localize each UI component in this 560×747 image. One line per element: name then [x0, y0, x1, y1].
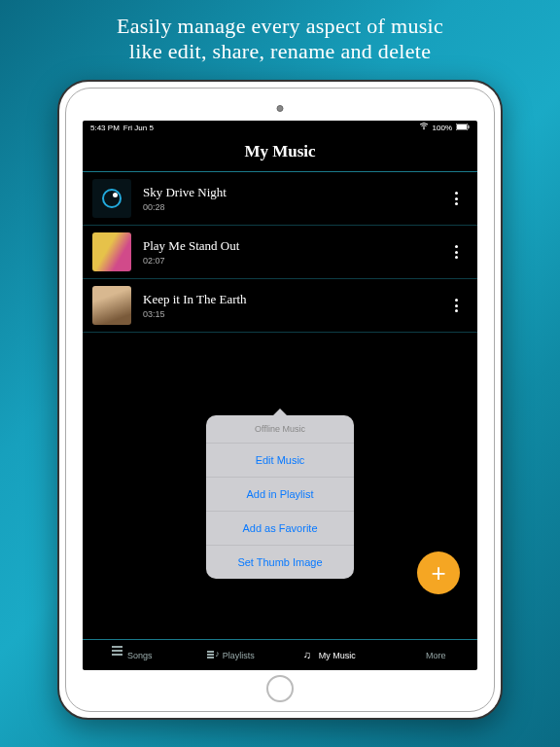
song-title: Play Me Stand Out — [143, 238, 444, 254]
menu-set-thumb[interactable]: Set Thumb Image — [206, 546, 354, 579]
context-menu: Offline Music Edit Music Add in Playlist… — [206, 415, 354, 579]
page-title: My Music — [83, 134, 477, 172]
song-info: Keep it In The Earth 03:15 — [131, 292, 444, 319]
grid-icon — [410, 650, 421, 660]
tab-more[interactable]: More — [379, 640, 478, 670]
wifi-icon — [419, 123, 429, 132]
song-row[interactable]: Sky Drive Night 00:28 — [83, 172, 477, 226]
tab-playlists[interactable]: Playlists — [182, 640, 281, 670]
home-button[interactable] — [266, 675, 294, 702]
song-options-button[interactable] — [444, 299, 468, 312]
status-date: Fri Jun 5 — [123, 124, 154, 132]
status-time: 5:43 PM — [90, 124, 120, 132]
song-options-button[interactable] — [444, 192, 468, 205]
svg-rect-3 — [469, 125, 470, 128]
song-options-button[interactable] — [444, 245, 468, 259]
marketing-line2: like edit, share, rename and delete — [129, 39, 431, 63]
tab-label: Songs — [127, 651, 153, 660]
svg-point-0 — [423, 128, 425, 130]
ipad-frame: 5:43 PM Fri Jun 5 100% My Music — [57, 80, 503, 720]
context-menu-heading: Offline Music — [206, 415, 354, 444]
battery-icon — [456, 124, 470, 132]
song-info: Play Me Stand Out 02:07 — [131, 238, 444, 266]
song-info: Sky Drive Night 00:28 — [131, 185, 444, 212]
ipad-bezel: 5:43 PM Fri Jun 5 100% My Music — [65, 88, 495, 712]
song-title: Keep it In The Earth — [143, 292, 444, 307]
song-thumbnail — [92, 286, 131, 325]
song-duration: 03:15 — [143, 309, 444, 319]
song-title: Sky Drive Night — [143, 185, 444, 200]
tab-label: Playlists — [223, 651, 255, 660]
svg-rect-2 — [457, 124, 467, 129]
music-note-icon — [303, 650, 314, 660]
tab-label: More — [426, 651, 446, 660]
playlist-icon — [207, 650, 218, 660]
song-thumbnail — [92, 232, 131, 271]
song-duration: 02:07 — [143, 256, 444, 266]
status-battery: 100% — [433, 124, 452, 132]
tab-bar: Songs Playlists My Music More — [83, 639, 477, 670]
tab-label: My Music — [319, 651, 356, 660]
list-icon — [112, 650, 122, 660]
song-row[interactable]: Play Me Stand Out 02:07 — [83, 226, 477, 279]
song-thumbnail — [92, 179, 131, 218]
menu-add-playlist[interactable]: Add in Playlist — [206, 478, 354, 512]
status-bar: 5:43 PM Fri Jun 5 100% — [83, 121, 477, 134]
menu-add-favorite[interactable]: Add as Favorite — [206, 512, 354, 546]
marketing-line1: Easily manage every aspect of music — [117, 14, 443, 38]
marketing-headline: Easily manage every aspect of music like… — [0, 0, 560, 75]
tab-my-music[interactable]: My Music — [280, 640, 379, 670]
add-button[interactable]: + — [417, 551, 460, 594]
device-screen: 5:43 PM Fri Jun 5 100% My Music — [83, 121, 477, 670]
menu-edit-music[interactable]: Edit Music — [206, 444, 354, 478]
song-duration: 00:28 — [143, 202, 444, 212]
plus-icon: + — [431, 560, 445, 586]
tab-songs[interactable]: Songs — [83, 640, 182, 670]
front-camera — [277, 105, 284, 112]
song-list: Sky Drive Night 00:28 Play Me Stand Out … — [83, 172, 477, 639]
song-row[interactable]: Keep it In The Earth 03:15 — [83, 279, 477, 333]
page-title-text: My Music — [244, 142, 315, 160]
